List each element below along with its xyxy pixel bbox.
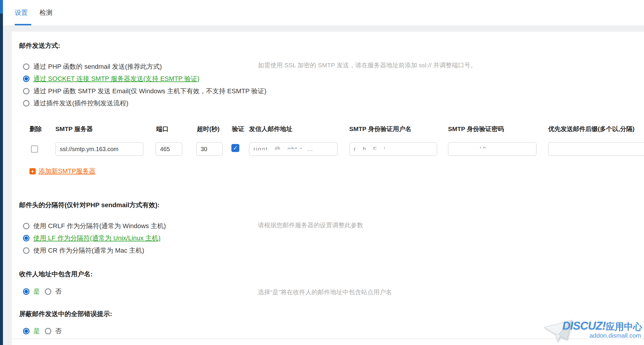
radio-unselected-icon[interactable] xyxy=(45,328,51,334)
suppress-errors-yes[interactable]: 是 xyxy=(23,327,40,336)
option-label[interactable]: 是 xyxy=(33,327,40,336)
smtp-server-value: ssl://smtp.ym.163.com xyxy=(60,146,118,153)
delimiter-option-lf[interactable]: 使用 LF 作为分隔符(通常为 Unix/Linux 主机) xyxy=(23,234,161,243)
redaction-blob xyxy=(451,144,481,149)
priority-suffix-input[interactable] xyxy=(548,142,644,156)
include-username-title: 收件人地址中包含用户名: xyxy=(19,270,93,279)
add-smtp-server-label[interactable]: 添加新SMTP服务器 xyxy=(39,167,95,176)
watermark-domain: addon.dismall.com xyxy=(589,332,641,339)
option-label[interactable]: 通过插件发送(插件控制发送流程) xyxy=(33,99,129,108)
suppress-errors-no[interactable]: 否 xyxy=(45,327,62,336)
option-label[interactable]: 通过 PHP 函数的 sendmail 发送(推荐此方式) xyxy=(33,62,162,71)
tab-test[interactable]: 检测 xyxy=(39,0,52,25)
sidebar-edge-strip-highlight xyxy=(0,0,3,14)
include-username-no[interactable]: 否 xyxy=(45,287,62,296)
radio-selected-icon[interactable] xyxy=(23,235,29,241)
mail-method-title: 邮件发送方式: xyxy=(19,41,60,50)
redaction-blob xyxy=(451,147,512,154)
option-label[interactable]: 通过 SOCKET 连接 SMTP 服务器发送(支持 ESMTP 验证) xyxy=(33,74,200,83)
suppress-errors-title: 屏蔽邮件发送中的全部错误提示: xyxy=(19,310,112,318)
brand-line: DISCUZ!应用中心 xyxy=(562,320,642,333)
plus-icon: + xyxy=(29,168,36,174)
option-label[interactable]: 使用 CR 作为分隔符(通常为 Mac 主机) xyxy=(33,246,144,255)
check-icon: ✓ xyxy=(233,145,238,151)
mail-method-option-plugin[interactable]: 通过插件发送(插件控制发送流程) xyxy=(23,99,129,108)
auth-checkbox[interactable]: ✓ xyxy=(231,144,239,152)
col-header-username: SMTP 身份验证用户名 xyxy=(349,125,411,133)
smtp-server-input[interactable]: ssl://smtp.ym.163.com xyxy=(55,142,143,156)
timeout-value: 30 xyxy=(201,146,207,153)
sidebar-edge-strip xyxy=(0,0,3,345)
sender-email-input[interactable]: rignt…@…ght.co… xyxy=(249,142,337,156)
port-input[interactable]: 465 xyxy=(156,142,182,156)
app-center-text: 应用中心 xyxy=(606,321,642,332)
auth-password-input[interactable]: **10 xyxy=(448,142,536,156)
option-label[interactable]: 是 xyxy=(33,287,40,296)
delimiter-title: 邮件头的分隔符(仅针对PHP sendmail方式有效): xyxy=(19,201,159,210)
option-label[interactable]: 使用 CRLF 作为分隔符(通常为 Windows 主机) xyxy=(33,222,166,230)
delimiter-hint: 请根据您邮件服务器的设置调整此参数 xyxy=(258,221,363,229)
include-username-hint: 选择“是”将在收件人的邮件地址中包含站点用户名 xyxy=(258,288,392,296)
delimiter-option-cr[interactable]: 使用 CR 作为分隔符(通常为 Mac 主机) xyxy=(23,246,144,255)
delimiter-option-crlf[interactable]: 使用 CRLF 作为分隔符(通常为 Windows 主机) xyxy=(23,222,166,230)
radio-unselected-icon[interactable] xyxy=(45,288,51,295)
radio-unselected-icon[interactable] xyxy=(23,247,29,254)
port-value: 465 xyxy=(160,146,170,153)
radio-unselected-icon[interactable] xyxy=(23,63,29,70)
mail-method-option-php-smtp[interactable]: 通过 PHP 函数 SMTP 发送 Email(仅 Windows 主机下有效，… xyxy=(23,87,266,96)
smtp-settings-screen: 设置 检测 邮件发送方式: 如需使用 SSL 加密的 SMTP 发送，请在服务器… xyxy=(0,0,644,345)
col-header-password: SMTP 身份验证密码 xyxy=(448,125,504,133)
option-label[interactable]: 使用 LF 作为分隔符(通常为 Unix/Linux 主机) xyxy=(33,234,161,243)
option-label[interactable]: 否 xyxy=(55,287,62,296)
radio-unselected-icon[interactable] xyxy=(23,100,29,107)
discuz-watermark: DISCUZ!应用中心 addon.dismall.com xyxy=(542,317,644,345)
include-username-yes[interactable]: 是 xyxy=(23,287,40,296)
col-header-server: SMTP 服务器 xyxy=(55,125,93,133)
col-header-port: 端口 xyxy=(156,125,169,133)
settings-panel: 邮件发送方式: 如需使用 SSL 加密的 SMTP 发送，请在服务器地址前添加 … xyxy=(12,32,644,345)
radio-selected-icon[interactable] xyxy=(23,288,29,295)
radio-unselected-icon[interactable] xyxy=(23,223,29,229)
mail-method-option-sendmail[interactable]: 通过 PHP 函数的 sendmail 发送(推荐此方式) xyxy=(23,62,162,71)
mail-method-option-socket-smtp[interactable]: 通过 SOCKET 连接 SMTP 服务器发送(支持 ESMTP 验证) xyxy=(23,74,200,83)
add-smtp-server-link[interactable]: + 添加新SMTP服务器 xyxy=(29,167,95,176)
radio-selected-icon[interactable] xyxy=(23,76,29,82)
option-label[interactable]: 否 xyxy=(55,327,62,336)
mail-method-hint: 如需使用 SSL 加密的 SMTP 发送，请在服务器地址前添加 ssl:// 并… xyxy=(258,61,477,69)
discuz-logo-text: DISCUZ! xyxy=(562,320,606,332)
option-label[interactable]: 通过 PHP 函数 SMTP 发送 Email(仅 Windows 主机下有效，… xyxy=(33,87,266,96)
col-header-sender: 发信人邮件地址 xyxy=(249,125,292,133)
col-header-suffix: 优先发送邮件后缀(多个以,分隔) xyxy=(548,125,635,133)
col-header-auth: 验证 xyxy=(232,125,244,133)
tab-settings[interactable]: 设置 xyxy=(15,0,28,25)
tab-bar: 设置 检测 xyxy=(3,0,644,25)
plus-glyph: + xyxy=(31,169,34,174)
radio-unselected-icon[interactable] xyxy=(23,88,29,94)
radio-selected-icon[interactable] xyxy=(23,328,29,334)
timeout-input[interactable]: 30 xyxy=(196,142,223,156)
auth-username-input[interactable]: r…h…F…i… xyxy=(349,142,437,156)
col-header-timeout: 超时(秒) xyxy=(197,125,220,133)
col-header-delete: 删除 xyxy=(29,125,42,133)
delete-checkbox[interactable] xyxy=(31,145,38,153)
